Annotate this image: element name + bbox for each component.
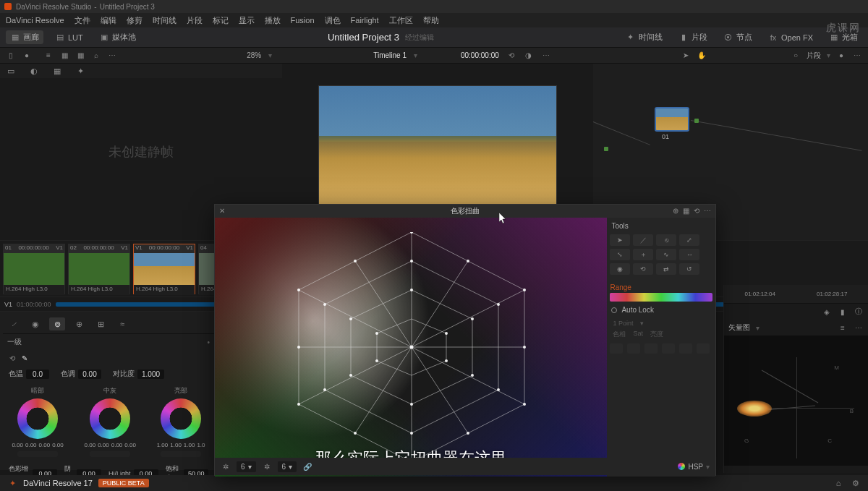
curves-tab-icon[interactable]: ⟋ (6, 317, 22, 330)
grid-sm-icon[interactable]: ▦ (59, 51, 69, 61)
menu-item[interactable]: 片段 (187, 15, 203, 26)
clip-item[interactable]: 0200:00:00:00V1 H.264 High L3.0 (68, 244, 130, 294)
gallery-button[interactable]: ▦ 画廊 (6, 30, 43, 44)
lift-slider[interactable] (17, 451, 58, 457)
menu-item[interactable]: 工作区 (389, 15, 413, 26)
node-thumbnail[interactable] (655, 107, 689, 132)
zoom-select[interactable]: 28% (247, 51, 261, 59)
menu-item[interactable]: 编辑 (101, 15, 116, 26)
hue-range-bar[interactable] (610, 293, 712, 302)
expand-tool-icon[interactable]: ⤡ (610, 249, 630, 260)
lift-wheel[interactable] (17, 398, 58, 439)
stack-icon[interactable]: ▯ (6, 51, 16, 61)
pull-tool-icon[interactable]: ⤢ (679, 234, 699, 246)
menu-item[interactable]: Fairlight (351, 16, 379, 25)
loop-icon[interactable]: ⟲ (506, 51, 516, 61)
add-tool-icon[interactable]: ＋ (633, 249, 653, 260)
link-icon[interactable]: 🔗 (302, 461, 312, 471)
gamma-slider[interactable] (90, 451, 130, 457)
warp-reset-icon[interactable]: ⟲ (694, 207, 699, 215)
scope-more-icon[interactable]: ⋯ (854, 323, 864, 333)
grid-lg-icon[interactable]: ▦ (75, 51, 85, 61)
dot-icon[interactable]: ● (22, 51, 32, 61)
circle-icon[interactable]: ○ (791, 51, 801, 61)
more2-icon[interactable]: ⋯ (541, 51, 551, 61)
clip-mode[interactable]: 片段 (807, 51, 821, 61)
timeline-button[interactable]: ✦时间线 (621, 30, 667, 44)
node-output-dot[interactable] (694, 119, 699, 123)
all-tool-icon[interactable]: ◉ (610, 263, 630, 275)
tab1-icon[interactable]: ▭ (6, 66, 16, 76)
menu-item[interactable]: 调色 (325, 15, 341, 26)
more-icon[interactable]: ⋯ (107, 51, 117, 61)
smooth-tool-icon[interactable]: ∿ (656, 249, 676, 260)
wheels-tab-icon[interactable]: ⊚ (49, 317, 65, 330)
menu-item[interactable]: DaVinci Resolve (6, 16, 64, 25)
close-icon[interactable]: ✕ (219, 207, 225, 215)
hue-res-select[interactable]: 6▾ (237, 461, 256, 472)
select-tool-icon[interactable]: ➤ (610, 234, 630, 246)
qualifier-tab-icon[interactable]: ◉ (27, 317, 43, 330)
timeline-name[interactable]: Timeline 1 (373, 51, 407, 59)
media-button[interactable]: ▣ 媒体池 (95, 30, 140, 44)
search-icon[interactable]: ⌕ (91, 51, 101, 61)
more3-icon[interactable]: ⋯ (852, 51, 862, 61)
aux-icon[interactable] (610, 343, 623, 354)
warp-target-icon[interactable]: ⊕ (673, 207, 678, 215)
home-icon[interactable]: ⌂ (833, 478, 843, 488)
point-select[interactable]: 1 Point (613, 320, 633, 327)
lut-button[interactable]: ▤ LUT (51, 31, 88, 44)
warp-res1-icon[interactable]: ✲ (221, 461, 231, 471)
pin-tool-icon[interactable]: ⎋ (656, 234, 676, 246)
scope-chart-icon[interactable]: ▮ (838, 307, 848, 317)
warp-more-icon[interactable]: ⋯ (704, 207, 711, 215)
range-tool-icon[interactable]: ↔ (679, 249, 699, 260)
reset-icon[interactable]: ⟲ (7, 353, 17, 363)
color-warper-canvas[interactable]: 那么实际上它扭曲器在这里 (215, 218, 607, 477)
hand-icon[interactable]: ✋ (697, 51, 707, 61)
invert-tool-icon[interactable]: ⟲ (633, 263, 653, 275)
list-icon[interactable]: ≡ (43, 51, 54, 61)
tint-value[interactable]: 0.00 (78, 370, 101, 379)
nodes-button[interactable]: ⦿节点 (719, 30, 757, 44)
openfx-button[interactable]: fxOpen FX (764, 31, 817, 44)
menu-item[interactable]: Fusion (291, 16, 315, 25)
warp-res2-icon[interactable]: ✲ (262, 461, 272, 471)
convert-tool-icon[interactable]: ⇄ (656, 263, 676, 275)
tab3-icon[interactable]: ▦ (52, 66, 62, 76)
menu-item[interactable]: 修剪 (127, 15, 142, 26)
gamma-wheel[interactable] (90, 398, 130, 439)
aux-icon[interactable] (697, 343, 710, 354)
picker-icon[interactable]: ✎ (20, 353, 30, 363)
window-tab-icon[interactable]: ⊕ (71, 317, 87, 330)
scope-label[interactable]: 矢量图 (728, 323, 750, 333)
clips-button[interactable]: ▮片段 (674, 30, 712, 44)
aux-icon[interactable] (679, 343, 692, 354)
gain-wheel[interactable] (161, 398, 201, 439)
blur-tab-icon[interactable]: ≈ (114, 317, 130, 330)
menu-item[interactable]: 播放 (265, 15, 281, 26)
reset2-tool-icon[interactable]: ↺ (679, 263, 699, 275)
sat-res-select[interactable]: 6▾ (278, 461, 297, 472)
aux-icon[interactable] (644, 343, 658, 354)
dot2-icon[interactable]: ● (836, 51, 846, 61)
pointer-icon[interactable]: ➤ (681, 51, 691, 61)
scope-opts-icon[interactable]: ≡ (838, 323, 848, 333)
menu-item[interactable]: 时间线 (153, 15, 176, 26)
warp-grid-icon[interactable]: ▦ (683, 207, 689, 215)
aux-icon[interactable] (627, 343, 640, 354)
scope-info-icon[interactable]: ⓘ (854, 307, 864, 317)
menu-item[interactable]: 标记 (213, 15, 229, 26)
tab2-icon[interactable]: ◐ (29, 66, 39, 76)
contrast-value[interactable]: 1.000 (137, 370, 164, 379)
keyframe-timeline[interactable]: 01:02:12:04 01:02:28:17 (724, 285, 868, 304)
menu-item[interactable]: 文件 (75, 15, 90, 26)
clip-item[interactable]: 0100:00:00:00V1 H.264 High L3.0 (3, 244, 65, 294)
scope-presets-icon[interactable]: ◈ (822, 307, 832, 317)
aux-icon[interactable] (662, 343, 675, 354)
clip-item-selected[interactable]: V100:00:00:00V1 H.264 High L3.0 (133, 244, 195, 294)
tc-icon[interactable]: ◑ (524, 51, 534, 61)
gain-slider[interactable] (161, 451, 201, 457)
colorspace-select[interactable]: HSP ▾ (678, 463, 710, 471)
autolock-toggle[interactable]: Auto Lock (610, 302, 712, 318)
